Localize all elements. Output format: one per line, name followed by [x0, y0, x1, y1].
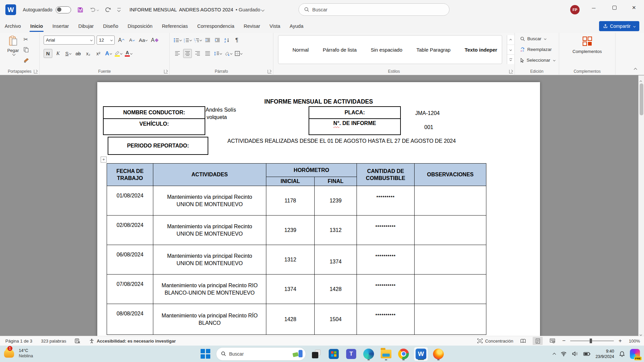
tab-referencias[interactable]: Referencias [157, 19, 193, 33]
underline-button[interactable]: S [64, 49, 72, 58]
word-taskbar-button[interactable]: W [414, 347, 428, 361]
document-title[interactable]: INFORME MENSUAL ANDRES AGOSTO 2024 • Gua… [129, 7, 264, 12]
highlight-button[interactable] [114, 49, 123, 58]
paste-button[interactable]: Pegar [4, 36, 22, 66]
firefox-button[interactable] [431, 347, 445, 361]
share-button[interactable]: Compartir [599, 21, 639, 31]
cell-actividad[interactable]: Mantenimiento vía principal Recinto RIO … [153, 275, 266, 304]
cell-combustible[interactable]: ********* [357, 186, 415, 216]
cell-combustible[interactable]: ********** [357, 275, 415, 304]
cell-final[interactable]: 1504 [315, 304, 357, 335]
table-move-handle[interactable]: + [101, 157, 107, 163]
borders-button[interactable] [234, 49, 243, 58]
copilot-button[interactable]: PRE [630, 349, 640, 359]
cell-observaciones[interactable] [415, 304, 486, 335]
change-case-button[interactable]: Aa [138, 36, 148, 45]
increase-indent-button[interactable] [213, 36, 222, 45]
tab-dibujar[interactable]: Dibujar [73, 19, 98, 33]
focus-mode-button[interactable]: Concentración [477, 339, 513, 344]
read-mode-button[interactable] [518, 337, 528, 345]
cell-observaciones[interactable] [415, 275, 486, 304]
cell-fecha[interactable]: 02/08/2024 [107, 216, 153, 245]
cell-actividad[interactable]: Mantenimiento vía principal Recinto UNIO… [153, 186, 266, 216]
format-painter-button[interactable] [23, 58, 29, 63]
collapse-ribbon-button[interactable] [633, 66, 637, 72]
cell-actividad[interactable]: Mantenimiento vía principal Recinto RÍO … [153, 304, 266, 335]
page-indicator[interactable]: Página 1 de 3 [5, 339, 32, 344]
replace-button[interactable]: ab Reemplazar [520, 47, 552, 52]
cell-final[interactable]: 1312 [315, 216, 357, 245]
word-app-icon[interactable]: W [5, 4, 16, 15]
grow-font-button[interactable]: A [117, 36, 125, 45]
print-layout-button[interactable] [533, 337, 543, 345]
tab-archivo[interactable]: Archivo [0, 19, 25, 33]
cell-inicial[interactable]: 1178 [266, 186, 315, 216]
undo-chevron-icon[interactable] [97, 8, 99, 11]
font-color-button[interactable]: A [124, 49, 133, 58]
style-normal[interactable]: Normal [292, 47, 309, 53]
line-spacing-button[interactable] [213, 49, 222, 58]
align-left-button[interactable] [173, 49, 182, 58]
notifications-bell[interactable] [619, 351, 625, 357]
font-size-select[interactable]: 12 [97, 36, 115, 45]
word-count[interactable]: 323 palabras [41, 339, 66, 344]
task-view-button[interactable] [309, 347, 323, 361]
font-name-select[interactable]: Arial [44, 36, 95, 45]
justify-button[interactable] [203, 49, 212, 58]
cell-fecha[interactable]: 06/08/2024 [107, 245, 153, 275]
cell-combustible[interactable]: ********** [357, 216, 415, 245]
volume-icon[interactable] [572, 351, 578, 356]
user-avatar[interactable]: FP [570, 5, 580, 14]
portapapeles-dialog-launcher[interactable] [34, 70, 38, 73]
align-center-button[interactable] [183, 49, 192, 58]
strikethrough-button[interactable]: ab [74, 49, 83, 58]
battery-icon[interactable] [583, 352, 590, 356]
sort-button[interactable]: AZ [223, 36, 231, 45]
cell-fecha[interactable]: 07/08/2024 [107, 275, 153, 304]
cell-fecha[interactable]: 08/08/2024 [107, 304, 153, 335]
cell-inicial[interactable]: 1239 [266, 216, 315, 245]
maximize-button[interactable] [606, 0, 623, 15]
copy-button[interactable] [23, 47, 29, 53]
teams-button[interactable]: T [344, 347, 358, 361]
microsoft-store-button[interactable] [327, 347, 341, 361]
start-button[interactable] [199, 347, 213, 361]
styles-scroll-up[interactable] [507, 35, 514, 45]
cell-final[interactable]: 1239 [315, 186, 357, 216]
edge-button[interactable] [362, 347, 376, 361]
minimize-button[interactable]: ─ [585, 0, 602, 15]
search-highlight-image[interactable] [292, 349, 304, 359]
cut-button[interactable]: ✂ [23, 36, 28, 43]
cell-fecha[interactable]: 01/08/2024 [107, 186, 153, 216]
bold-button[interactable]: N [44, 49, 52, 58]
cell-final[interactable]: 1428 [315, 275, 357, 304]
estilos-dialog-launcher[interactable] [509, 70, 513, 73]
zoom-in-button[interactable]: + [619, 338, 622, 344]
shrink-font-button[interactable]: A [127, 36, 136, 45]
cell-inicial[interactable]: 1374 [266, 275, 315, 304]
tab-correspondencia[interactable]: Correspondencia [193, 19, 239, 33]
cell-inicial[interactable]: 1428 [266, 304, 315, 335]
vertical-scrollbar[interactable] [638, 75, 644, 336]
clear-formatting-button[interactable]: A [150, 36, 159, 45]
tab-diseno[interactable]: Diseño [98, 19, 123, 33]
superscript-button[interactable]: x² [94, 49, 103, 58]
close-button[interactable]: ✕ [625, 0, 643, 15]
decrease-indent-button[interactable] [203, 36, 212, 45]
cell-inicial[interactable]: 1312 [266, 245, 315, 275]
cell-observaciones[interactable] [415, 245, 486, 275]
style-table-paragraph[interactable]: Table Paragrap [416, 47, 450, 53]
web-layout-button[interactable] [547, 337, 557, 345]
italic-button[interactable]: K [54, 49, 62, 58]
fuente-dialog-launcher[interactable] [164, 70, 168, 73]
tab-insertar[interactable]: Insertar [48, 19, 73, 33]
tab-disposicion[interactable]: Disposición [123, 19, 157, 33]
redo-icon[interactable] [105, 7, 111, 13]
document-page[interactable]: INFORME MENSUAL DE ACTIVIDADES NOMBRE CO… [97, 82, 540, 336]
styles-gallery-expand[interactable] [507, 55, 514, 64]
styles-scroll-down[interactable] [507, 45, 514, 55]
file-explorer-button[interactable] [379, 347, 393, 361]
undo-icon[interactable] [90, 7, 96, 13]
select-button[interactable]: Seleccionar [520, 58, 555, 63]
style-sin-espaciado[interactable]: Sin espaciado [371, 47, 402, 53]
